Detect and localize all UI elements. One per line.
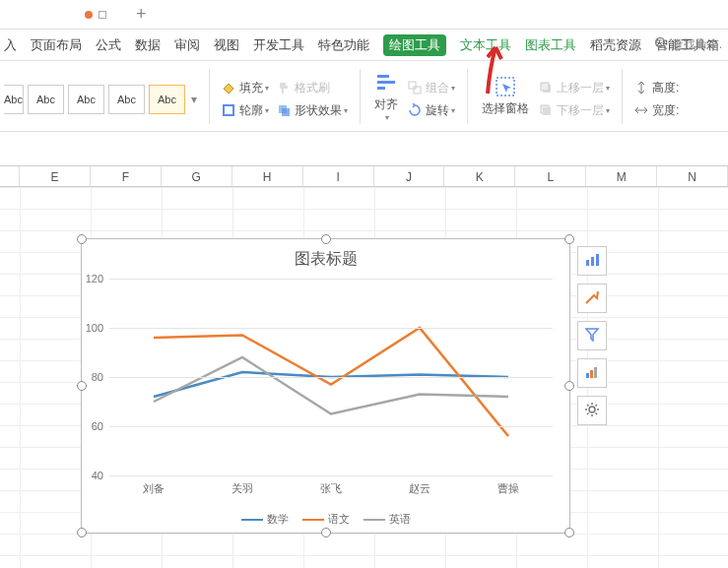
menu-tab-5[interactable]: 视图 [214,36,239,54]
shape-style-1[interactable]: Abc [4,85,24,114]
menu-tab-0[interactable]: 入 [4,36,17,54]
legend-swatch-icon [364,519,385,521]
bring-forward-icon [539,81,553,95]
resize-handle[interactable] [564,528,574,537]
menu-bar: 入页面布局公式数据审阅视图开发工具特色功能绘图工具文本工具图表工具稻壳资源智能工… [0,30,728,61]
outline-icon [222,103,235,117]
svg-rect-18 [586,373,589,378]
legend-label: 语文 [328,512,350,527]
shape-style-3[interactable]: Abc [68,85,104,114]
x-tick-label: 刘备 [143,475,165,496]
height-field[interactable]: 高度: [630,77,683,99]
legend-swatch-icon [241,519,263,521]
chart-side-toolbar [577,246,607,425]
window-indicator-icon [85,11,93,19]
menu-tab-7[interactable]: 特色功能 [318,36,369,54]
rotate-button[interactable]: 旋转▾ [404,99,459,122]
shape-effects-button[interactable]: 形状效果▾ [273,99,352,122]
resize-handle[interactable] [564,234,574,244]
column-headers[interactable]: EFGHIJKLMN [0,165,728,187]
col-header[interactable]: N [657,166,728,186]
chart-style-icon [584,289,600,308]
chart-plot-area[interactable]: 406080100120刘备关羽张飞赵云曹操 [109,279,553,475]
menu-tab-11[interactable]: 稻壳资源 [590,36,641,54]
svg-rect-12 [541,83,549,91]
y-tick-label: 60 [92,420,109,432]
fill-button[interactable]: 填充▾ [218,77,273,99]
svg-rect-6 [377,81,395,84]
col-header[interactable]: J [374,166,445,186]
resize-handle[interactable] [77,528,87,537]
chart-type-button[interactable] [577,358,607,388]
shape-style-5[interactable]: Abc [149,85,185,114]
search-icon [654,36,668,53]
col-header[interactable]: E [20,166,91,186]
svg-rect-9 [414,87,421,94]
chart-title[interactable]: 图表标题 [82,239,569,276]
new-tab-button[interactable]: + [136,4,147,25]
shape-style-2[interactable]: Abc [28,85,64,114]
shape-style-gallery[interactable]: Abc Abc Abc Abc Abc ▾ [2,77,201,116]
resize-handle[interactable] [321,528,331,537]
chart-style-button[interactable] [577,284,607,313]
chart-settings-icon [584,402,600,420]
align-icon [374,71,398,95]
col-header[interactable]: G [162,166,232,186]
resize-handle[interactable] [564,381,574,391]
col-header[interactable]: H [232,166,303,186]
menu-tab-3[interactable]: 数据 [135,36,161,54]
col-header[interactable]: I [303,166,374,186]
group-icon [408,81,422,95]
svg-rect-20 [594,367,597,378]
spreadsheet-grid[interactable]: 图表标题 406080100120刘备关羽张飞赵云曹操 数学语文英语 [0,187,728,568]
chart-legend[interactable]: 数学语文英语 [82,512,569,527]
effects-icon [277,103,291,117]
chart-elements-button[interactable] [577,246,607,276]
align-button[interactable]: 对齐▾ [368,67,404,126]
svg-rect-8 [409,82,416,89]
resize-handle[interactable] [77,381,87,391]
chart-elements-icon [584,252,600,271]
legend-item[interactable]: 英语 [364,512,411,527]
svg-rect-19 [590,370,593,378]
svg-rect-5 [377,75,389,78]
x-tick-label: 曹操 [497,475,519,496]
svg-point-0 [655,38,664,47]
gallery-more-icon[interactable]: ▾ [187,83,201,116]
selection-pane-icon [494,75,517,98]
shape-style-4[interactable]: Abc [108,85,145,114]
menu-tab-4[interactable]: 审阅 [174,36,200,54]
command-search[interactable]: 查找命令. [654,36,722,53]
selection-pane-button[interactable]: 选择窗格 [476,71,535,121]
col-header[interactable]: K [444,166,515,186]
resize-handle[interactable] [77,234,87,244]
menu-tab-1[interactable]: 页面布局 [31,36,82,54]
resize-handle[interactable] [321,234,331,244]
col-header[interactable]: M [586,166,657,186]
ribbon: Abc Abc Abc Abc Abc ▾ 填充▾ 轮廓▾ 格式刷 形状效果▾ … [0,61,728,132]
menu-tab-2[interactable]: 公式 [96,36,121,54]
chart-filter-icon [584,327,600,346]
chart-settings-button[interactable] [577,396,607,425]
width-icon [634,103,648,117]
col-header[interactable]: L [515,166,586,186]
send-backward-icon [539,103,553,117]
menu-tab-10[interactable]: 图表工具 [525,36,576,54]
menu-tab-9[interactable]: 文本工具 [460,36,511,54]
menu-tab-6[interactable]: 开发工具 [253,36,304,54]
x-tick-label: 关羽 [232,475,253,496]
svg-rect-15 [586,260,589,266]
menu-tab-8[interactable]: 绘图工具 [383,34,446,56]
chart-object[interactable]: 图表标题 406080100120刘备关羽张飞赵云曹操 数学语文英语 [81,238,570,534]
width-field[interactable]: 宽度: [630,99,683,122]
chart-filter-button[interactable] [577,321,607,350]
outline-button[interactable]: 轮廓▾ [218,99,273,122]
legend-item[interactable]: 语文 [302,512,350,527]
svg-rect-16 [591,257,594,266]
y-tick-label: 120 [86,273,109,284]
col-header[interactable]: F [91,166,162,186]
legend-item[interactable]: 数学 [241,512,289,527]
col-header[interactable] [0,166,20,186]
y-tick-label: 100 [86,322,109,334]
brush-icon [277,81,291,95]
